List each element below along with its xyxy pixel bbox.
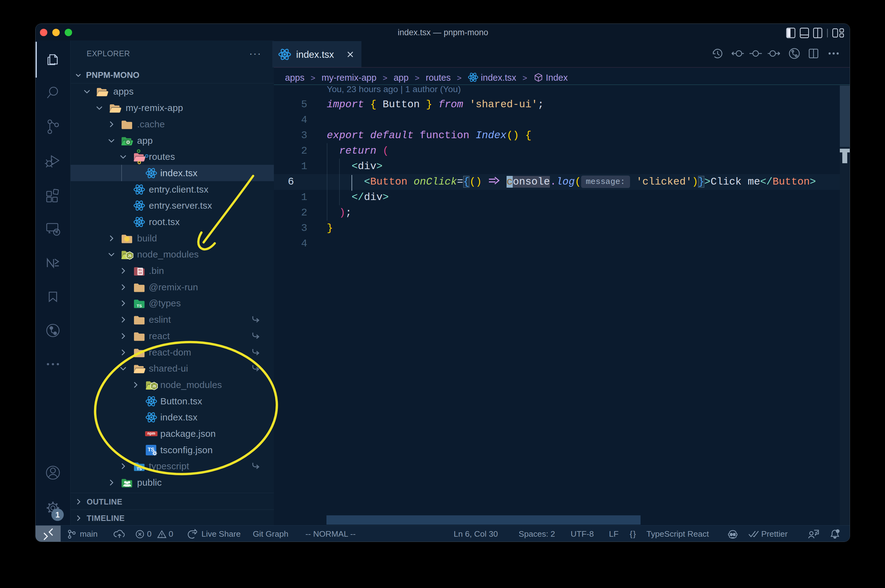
svg-text:10: 10 (138, 272, 142, 275)
svg-text:JS: JS (152, 385, 156, 388)
svg-text:JS: JS (128, 254, 132, 258)
svg-text:01: 01 (138, 268, 142, 272)
